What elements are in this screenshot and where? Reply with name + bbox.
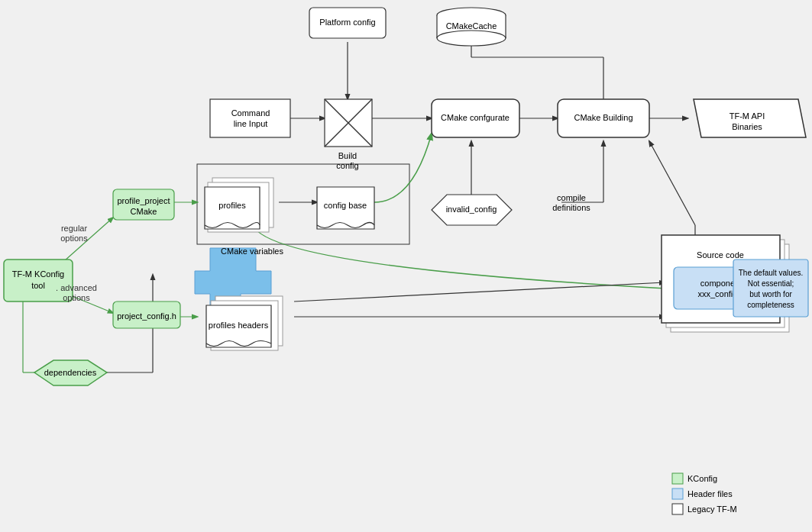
build-config-label: Build [338, 151, 357, 160]
build-config-label2: config [336, 161, 358, 170]
profiles-label: profiles [218, 201, 246, 210]
dependencies-label: dependencies [44, 368, 97, 377]
legend-kconfig-label: KConfig [687, 474, 717, 483]
command-line-input-label: Command [231, 108, 270, 118]
profile-project-cmake-label2: CMake [131, 207, 157, 216]
tfm-kconfig-tool-label2: tool [31, 281, 45, 290]
legend-legacy-label: Legacy TF-M [687, 505, 737, 514]
command-line-input-label2: line Input [234, 119, 268, 128]
cmake-cache-label: CMakeCache [446, 21, 497, 31]
invalid-config-label: invalid_config [446, 205, 497, 214]
cmake-variables-label: CMake variables [221, 247, 283, 256]
regular-options-label: regular [61, 224, 88, 233]
advanced-options-label2: options [63, 293, 90, 302]
cmake-building-label: CMake Building [574, 113, 632, 122]
svg-rect-59 [672, 504, 683, 514]
legend-header-label: Header files [687, 489, 733, 498]
profile-project-cmake-label: profile_project [117, 196, 170, 205]
advanced-options-label: . advanced [56, 283, 97, 292]
compile-definitions-label: compile [557, 193, 586, 202]
compile-definitions-label2: definitions [552, 203, 590, 212]
profiles-headers-label: profiles headers [209, 321, 269, 330]
default-values-label: The default values. [739, 269, 804, 277]
tfm-api-binaries-label: TF-M API [730, 111, 765, 121]
source-code-label: Source code [697, 250, 744, 260]
tfm-api-binaries-label2: Binaries [732, 122, 762, 131]
regular-options-label2: options [60, 234, 88, 243]
default-values-label4: completeness [747, 301, 794, 309]
default-values-label3: but worth for [749, 290, 792, 298]
svg-rect-57 [672, 473, 683, 484]
platform-config-label: Platform config [319, 18, 375, 27]
project-config-h-label: project_config.h [117, 311, 176, 321]
tfm-kconfig-tool-label: TF-M KConfig [12, 269, 64, 279]
svg-point-33 [437, 31, 506, 46]
svg-rect-58 [672, 488, 683, 499]
default-values-label2: Not essential; [748, 279, 794, 288]
cmake-configure-label: CMake confgurate [441, 113, 510, 122]
config-base-label: config base [324, 201, 367, 210]
